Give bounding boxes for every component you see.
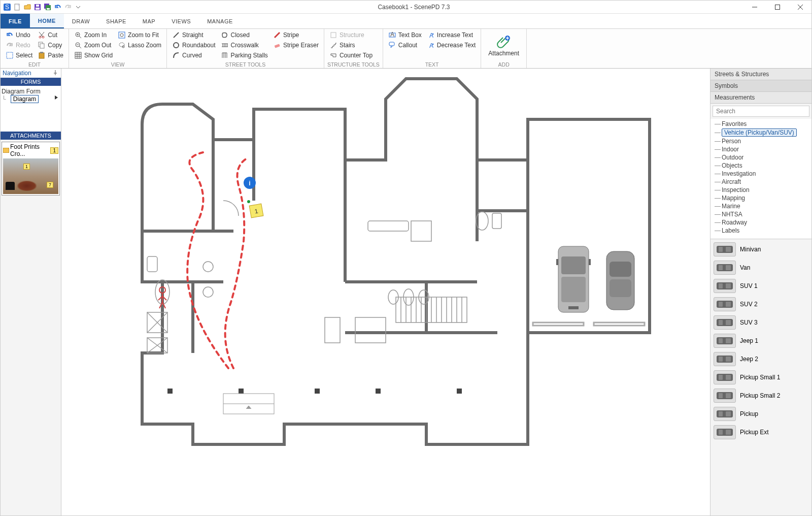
curved-button[interactable]: Curved [170, 50, 217, 60]
search-input[interactable] [713, 106, 809, 117]
textbox-button[interactable]: AText Box [386, 30, 424, 40]
symbol-item[interactable]: Pickup [713, 406, 809, 422]
undo-button[interactable]: Undo [4, 30, 35, 40]
accordion-measurements[interactable]: Measurements [710, 92, 811, 104]
tree-node-label: Mapping [722, 195, 745, 202]
cut-button[interactable]: Cut [36, 30, 65, 40]
close-button[interactable] [789, 1, 811, 14]
textbox-icon: A [388, 31, 396, 39]
svg-text:A: A [429, 42, 433, 49]
roundabout-button[interactable]: Roundabout [170, 40, 217, 50]
tree-node[interactable]: —Aircraft [715, 178, 809, 186]
tab-views[interactable]: VIEWS [163, 14, 199, 28]
symbol-item[interactable]: SUV 2 [713, 296, 809, 312]
redo-button[interactable]: Redo [4, 40, 35, 50]
tree-node[interactable]: —Objects [715, 162, 809, 170]
symbol-item[interactable]: Pickup Small 2 [713, 388, 809, 404]
zoom-to-fit-button[interactable]: Zoom to Fit [116, 30, 163, 40]
tab-map[interactable]: MAP [134, 14, 163, 28]
stripe-eraser-button[interactable]: Stripe Eraser [271, 40, 321, 50]
tab-manage[interactable]: MANAGE [199, 14, 241, 28]
diagram-canvas[interactable]: i 1 [61, 69, 710, 515]
closed-button[interactable]: Closed [219, 30, 270, 40]
tree-node[interactable]: —Vehicle (Pickup/Van/SUV) [715, 128, 809, 137]
label: Callout [398, 42, 417, 49]
symbol-item[interactable]: Van [713, 260, 809, 276]
tree-node[interactable]: —Indoor [715, 145, 809, 153]
structure-button[interactable]: Structure [327, 30, 375, 40]
symbol-item[interactable]: Pickup Ext [713, 424, 809, 440]
symbol-label: Pickup Small 1 [740, 374, 780, 381]
stripe-button[interactable]: Stripe [271, 30, 321, 40]
counter-button[interactable]: Counter Top [327, 50, 375, 60]
accordion-streets[interactable]: Streets & Structures [710, 69, 811, 80]
decrease-text-button[interactable]: ADecrease Text [425, 40, 478, 50]
svg-rect-57 [147, 256, 157, 272]
stairs-button[interactable]: Stairs [327, 40, 375, 50]
redo-icon[interactable] [63, 3, 73, 12]
paste-button[interactable]: Paste [36, 50, 65, 60]
group-label: EDIT [4, 61, 65, 68]
pin-icon[interactable] [53, 70, 59, 76]
tree-node[interactable]: —Person [715, 137, 809, 145]
app-icon[interactable]: S [3, 3, 12, 12]
tab-file[interactable]: FILE [1, 14, 30, 28]
tree-node[interactable]: —Marine [715, 202, 809, 210]
tree-dash-icon: — [715, 170, 720, 177]
tree-node[interactable]: —NHTSA [715, 210, 809, 218]
attachments-header[interactable]: ATTACHMENTS [1, 132, 61, 140]
tab-draw[interactable]: DRAW [64, 14, 98, 28]
symbol-item[interactable]: SUV 1 [713, 278, 809, 294]
tree-node[interactable]: —Roadway [715, 218, 809, 227]
parking-button[interactable]: Parking Stalls [219, 50, 270, 60]
svg-rect-77 [167, 389, 173, 394]
symbol-item[interactable]: Pickup Small 1 [713, 369, 809, 385]
symbol-item[interactable]: Jeep 2 [713, 351, 809, 367]
save-icon[interactable] [33, 3, 42, 12]
svg-point-60 [203, 287, 213, 297]
tree-node[interactable]: —Outdoor [715, 153, 809, 162]
group-label: TEXT [386, 61, 478, 68]
tree-node[interactable]: —Favorites [715, 120, 809, 128]
qat-dropdown-icon[interactable] [74, 3, 83, 12]
select-button[interactable]: Select [4, 50, 35, 60]
svg-rect-38 [389, 42, 394, 46]
form-play-icon[interactable] [54, 95, 59, 100]
ribbon-group-edit: Undo Redo Select Cut Copy Paste EDIT [1, 29, 69, 68]
forms-header[interactable]: FORMS [1, 78, 61, 86]
active-form[interactable]: Diagram [11, 95, 39, 103]
left-panel-header: Navigation [1, 69, 61, 78]
symbol-search [710, 104, 811, 119]
attachment-item[interactable]: Foot Prints Cro... 1 [2, 142, 60, 196]
lasso-zoom-button[interactable]: Lasso Zoom [116, 40, 163, 50]
accordion-symbols[interactable]: Symbols [710, 80, 811, 92]
tree-node[interactable]: —Mapping [715, 194, 809, 202]
callout-button[interactable]: Callout [386, 40, 424, 50]
tree-node[interactable]: —Investigation [715, 170, 809, 178]
minimize-button[interactable] [743, 1, 766, 14]
symbol-item[interactable]: Jeep 1 [713, 333, 809, 349]
svg-rect-34 [274, 44, 280, 48]
attachment-button[interactable]: Attachment [484, 30, 523, 61]
maximize-button[interactable] [766, 1, 789, 14]
open-icon[interactable] [23, 3, 32, 12]
crosswalk-button[interactable]: Crosswalk [219, 40, 270, 50]
zoom-out-button[interactable]: Zoom Out [72, 40, 115, 50]
zoom-in-button[interactable]: Zoom In [72, 30, 115, 40]
symbol-label: SUV 3 [740, 319, 758, 326]
tree-node[interactable]: —Labels [715, 227, 809, 235]
straight-button[interactable]: Straight [170, 30, 217, 40]
increase-text-button[interactable]: AIncrease Text [425, 30, 478, 40]
undo-icon[interactable] [53, 3, 62, 12]
show-grid-button[interactable]: Show Grid [72, 50, 115, 60]
tree-node[interactable]: —Inspection [715, 186, 809, 194]
copy-button[interactable]: Copy [36, 40, 65, 50]
tab-home[interactable]: HOME [30, 14, 64, 28]
new-icon[interactable] [13, 3, 22, 12]
saveall-icon[interactable] [43, 3, 52, 12]
symbol-item[interactable]: Minivan [713, 241, 809, 257]
tab-shape[interactable]: SHAPE [98, 14, 134, 28]
label: Undo [16, 31, 30, 39]
symbol-item[interactable]: SUV 3 [713, 314, 809, 331]
symbol-preview [714, 242, 736, 256]
